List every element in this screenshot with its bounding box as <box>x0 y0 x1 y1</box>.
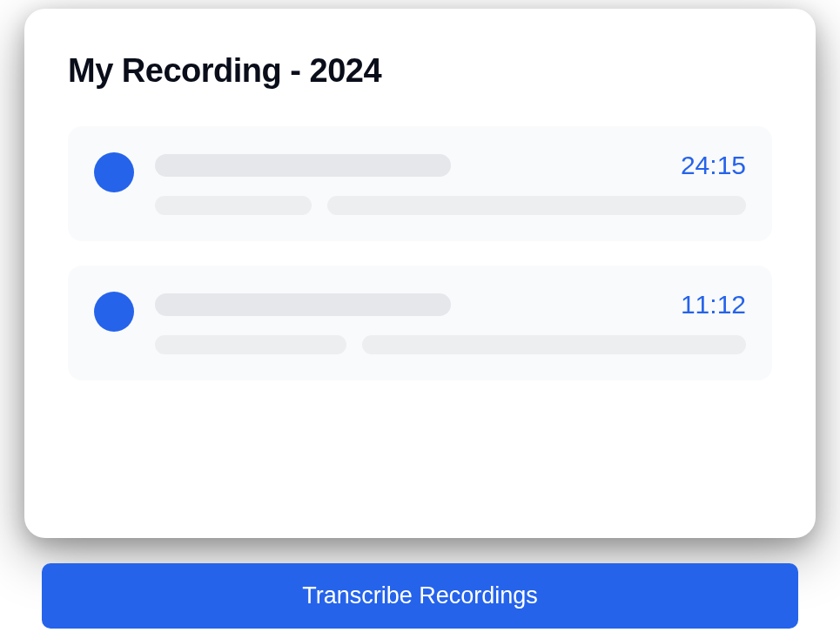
page-title: My Recording - 2024 <box>68 52 772 90</box>
recording-content: 24:15 <box>155 151 746 215</box>
recordings-card: My Recording - 2024 24:15 11:12 <box>24 9 816 538</box>
recording-item[interactable]: 24:15 <box>68 126 772 241</box>
recording-title-placeholder <box>155 293 451 316</box>
recording-duration: 11:12 <box>681 290 746 320</box>
recording-content: 11:12 <box>155 290 746 354</box>
recording-title-placeholder <box>155 154 451 177</box>
recording-meta-placeholder <box>327 196 746 215</box>
recording-meta-placeholder <box>155 335 346 354</box>
recording-meta-placeholder <box>155 196 312 215</box>
recording-item[interactable]: 11:12 <box>68 266 772 380</box>
recording-status-dot <box>94 292 134 332</box>
recording-duration: 24:15 <box>681 151 746 180</box>
recording-meta-placeholder <box>362 335 746 354</box>
transcribe-button[interactable]: Transcribe Recordings <box>42 563 798 629</box>
recording-status-dot <box>94 152 134 192</box>
